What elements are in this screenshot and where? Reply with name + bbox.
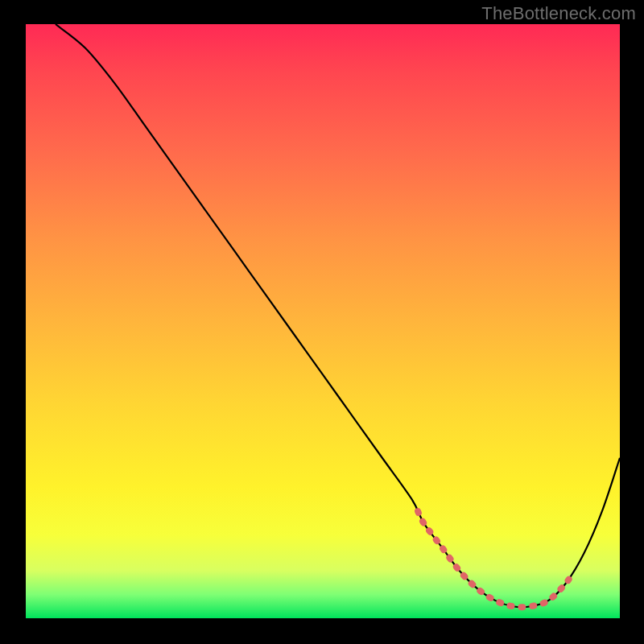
plot-area: [26, 24, 620, 618]
curve-optimal-segment: [418, 511, 572, 607]
curve-line: [56, 24, 620, 607]
chart-frame: TheBottleneck.com: [0, 0, 644, 644]
watermark-text: TheBottleneck.com: [481, 3, 636, 24]
bottleneck-curve: [26, 24, 620, 618]
